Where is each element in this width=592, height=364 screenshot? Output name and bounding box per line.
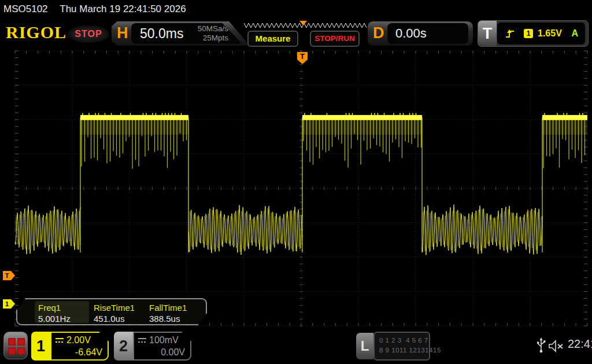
- measurement-panel: Freq1 5.001Hz RiseTime1 451.0us FallTime…: [16, 298, 207, 325]
- measurement-name: RiseTime1: [94, 303, 135, 313]
- measurement-name: FallTime1: [149, 303, 187, 313]
- timebase-value: 50.0ms: [131, 26, 183, 42]
- memory-position-bar[interactable]: [243, 19, 368, 31]
- channel-number: 1: [31, 332, 50, 361]
- delay-label: D: [373, 24, 384, 42]
- delay-value: 0.00s: [387, 23, 468, 44]
- graticule: [15, 51, 587, 326]
- delay-block[interactable]: D 0.00s: [368, 21, 473, 46]
- measurement-value: 5.001Hz: [38, 314, 71, 324]
- memory-depth: 25Mpts: [203, 34, 228, 42]
- ch1-offset-marker[interactable]: 1: [3, 299, 15, 309]
- svg-text:1: 1: [5, 300, 9, 307]
- measure-button[interactable]: Measure: [247, 31, 298, 47]
- horizontal-settings-block[interactable]: H 50.0ms 50MSa/s 25Mpts: [112, 21, 250, 46]
- logic-label: L: [356, 333, 373, 359]
- channel1-block[interactable]: 1 2.00V -6.64V: [31, 332, 109, 361]
- channel-number: 2: [114, 332, 133, 361]
- trigger-values: 1 1.65V A: [497, 23, 585, 44]
- horizontal-values: 50.0ms 50MSa/s 25Mpts: [131, 23, 242, 44]
- run-state-badge: STOP: [68, 26, 109, 42]
- header-bar: RIGOL STOP H 50.0ms 50MSa/s 25Mpts Measu…: [0, 18, 592, 49]
- clock: 22:41: [568, 337, 592, 351]
- usb-icon: [536, 336, 546, 355]
- trigger-block[interactable]: T 1 1.65V A: [478, 20, 589, 47]
- channel2-block[interactable]: 2 100mV 0.00V: [114, 332, 191, 361]
- speaker-muted-icon: [548, 340, 564, 352]
- trigger-label: T: [478, 21, 497, 46]
- trigger-sweep-mode: A: [571, 28, 578, 39]
- bottom-bar: 1 2.00V -6.64V 2: [0, 328, 592, 364]
- svg-text:T: T: [300, 52, 305, 61]
- channel-offset: 0.00V: [161, 347, 185, 358]
- digital-row: 8 9 1011 12131415: [379, 347, 441, 354]
- quick-menu-button[interactable]: [3, 332, 28, 359]
- trigger-position-marker[interactable]: T: [297, 52, 308, 64]
- waveform-overview-icon: [244, 23, 367, 28]
- channel-scale: 2.00V: [66, 335, 91, 346]
- channel-offset: -6.64V: [75, 347, 102, 358]
- digital-row: 0 1 2 3 4 5 6 7: [379, 337, 428, 344]
- digital-channels-block[interactable]: L 0 1 2 3 4 5 6 7 8 9 1011 12131415: [356, 332, 430, 361]
- trigger-level-value: 1.65V: [538, 28, 562, 39]
- rigol-logo: RIGOL: [6, 23, 66, 42]
- stop-run-button[interactable]: STOP/RUN: [310, 31, 360, 47]
- sample-rate: 50MSa/s: [198, 24, 228, 33]
- trigger-level-marker[interactable]: T: [3, 271, 15, 280]
- channel-scale: 100mV: [149, 335, 179, 346]
- horizontal-label: H: [117, 24, 128, 42]
- delay-values: 0.00s: [387, 23, 468, 44]
- trigger-source-badge: 1: [524, 29, 533, 38]
- grid-icon: [8, 338, 24, 354]
- oscilloscope-screen: MSO5102 Thu March 19 22:41:50 2026 T T 1…: [0, 0, 592, 364]
- measurement-value: 388.5us: [149, 314, 180, 324]
- svg-text:T: T: [5, 272, 9, 279]
- dc-coupling-icon: [138, 337, 147, 344]
- rising-edge-icon: [504, 28, 516, 39]
- dc-coupling-icon: [55, 337, 64, 344]
- measurement-value: 451.0us: [94, 314, 124, 324]
- measurement-name: Freq1: [38, 303, 61, 313]
